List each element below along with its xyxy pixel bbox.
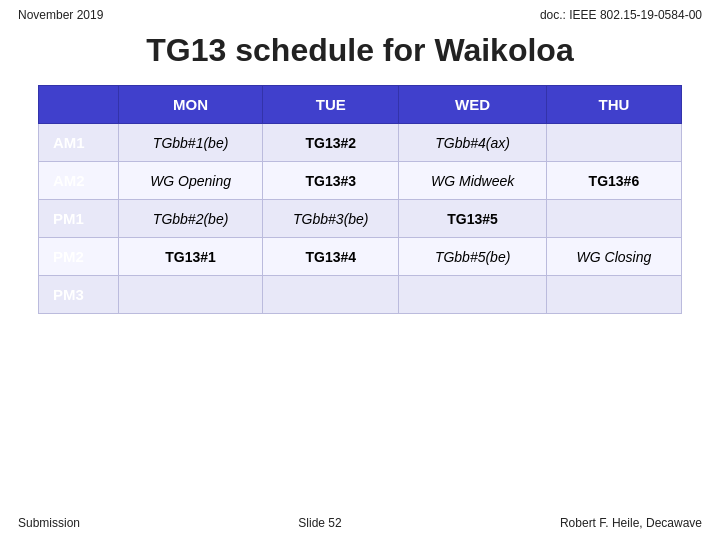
cell-pm3-tue	[263, 276, 399, 314]
cell-pm2-thu: WG Closing	[546, 238, 681, 276]
page-title: TG13 schedule for Waikoloa	[0, 32, 720, 69]
table-row: AM1TGbb#1(be)TG13#2TGbb#4(ax)	[39, 124, 682, 162]
schedule-table: MON TUE WED THU AM1TGbb#1(be)TG13#2TGbb#…	[38, 85, 682, 314]
cell-am2-wed: WG Midweek	[399, 162, 546, 200]
row-label-am1: AM1	[39, 124, 119, 162]
col-header-thu: THU	[546, 86, 681, 124]
table-row: PM3	[39, 276, 682, 314]
cell-pm2-tue: TG13#4	[263, 238, 399, 276]
footer-left: Submission	[18, 516, 80, 530]
cell-am1-thu	[546, 124, 681, 162]
cell-pm1-thu	[546, 200, 681, 238]
cell-pm2-wed: TGbb#5(be)	[399, 238, 546, 276]
cell-am1-mon: TGbb#1(be)	[119, 124, 263, 162]
cell-am2-mon: WG Opening	[119, 162, 263, 200]
cell-pm1-tue: TGbb#3(be)	[263, 200, 399, 238]
row-label-pm2: PM2	[39, 238, 119, 276]
cell-pm3-mon	[119, 276, 263, 314]
cell-pm1-wed: TG13#5	[399, 200, 546, 238]
table-row: AM2WG OpeningTG13#3WG MidweekTG13#6	[39, 162, 682, 200]
col-header-empty	[39, 86, 119, 124]
col-header-wed: WED	[399, 86, 546, 124]
footer-right: Robert F. Heile, Decawave	[560, 516, 702, 530]
cell-pm1-mon: TGbb#2(be)	[119, 200, 263, 238]
footer-center: Slide 52	[298, 516, 341, 530]
col-header-mon: MON	[119, 86, 263, 124]
header-doc: doc.: IEEE 802.15-19-0584-00	[540, 8, 702, 22]
cell-am1-tue: TG13#2	[263, 124, 399, 162]
table-row: PM1TGbb#2(be)TGbb#3(be)TG13#5	[39, 200, 682, 238]
cell-pm3-thu	[546, 276, 681, 314]
row-label-pm3: PM3	[39, 276, 119, 314]
header-date: November 2019	[18, 8, 103, 22]
footer: Submission Slide 52 Robert F. Heile, Dec…	[0, 508, 720, 534]
cell-pm3-wed	[399, 276, 546, 314]
cell-am2-thu: TG13#6	[546, 162, 681, 200]
col-header-tue: TUE	[263, 86, 399, 124]
row-label-am2: AM2	[39, 162, 119, 200]
cell-am1-wed: TGbb#4(ax)	[399, 124, 546, 162]
schedule-table-wrapper: MON TUE WED THU AM1TGbb#1(be)TG13#2TGbb#…	[0, 85, 720, 314]
cell-am2-tue: TG13#3	[263, 162, 399, 200]
cell-pm2-mon: TG13#1	[119, 238, 263, 276]
row-label-pm1: PM1	[39, 200, 119, 238]
table-row: PM2TG13#1TG13#4TGbb#5(be)WG Closing	[39, 238, 682, 276]
